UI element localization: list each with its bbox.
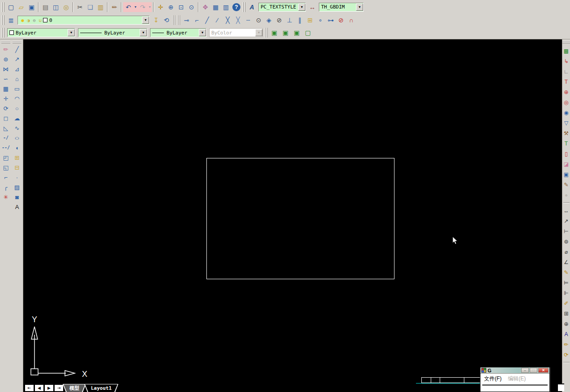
layer-freeze-icon[interactable]: ◑ — [26, 18, 31, 23]
first-tab-button[interactable]: ⇤ — [25, 384, 34, 392]
viewport-object-button[interactable]: ▢ — [303, 28, 313, 38]
region-button[interactable]: ◙ — [12, 192, 22, 202]
toolbar-grip[interactable] — [2, 15, 5, 25]
dim-style-combo[interactable]: TH_GBDIM ▼ — [319, 3, 364, 12]
next-tab-button[interactable]: ▶ — [44, 384, 54, 392]
zoom-window-button[interactable]: ⊡ — [176, 2, 186, 12]
mirror-button[interactable]: ⋈ — [1, 64, 11, 74]
ellipse-arc-button[interactable]: ◖ — [12, 143, 22, 153]
snap-endpoint-button[interactable]: ╱ — [202, 15, 212, 25]
chevron-down-icon[interactable]: ▼ — [356, 4, 363, 11]
quick-select-button[interactable]: ✥ — [200, 2, 210, 12]
snap-intersection-button[interactable]: ╳ — [223, 15, 233, 25]
snap-insert-button[interactable]: ⊞ — [305, 15, 315, 25]
break-at-point-button[interactable]: ◰ — [1, 153, 11, 162]
layer-plot-icon[interactable]: ⊖ — [31, 18, 37, 23]
section-box-button[interactable]: ▯ — [562, 150, 570, 158]
copy-button[interactable]: ❏ — [85, 2, 95, 12]
move-button[interactable]: ✛ — [1, 94, 11, 103]
view-direction-button[interactable]: ◉ — [562, 109, 570, 116]
arc-button[interactable]: ◠ — [12, 94, 22, 103]
mini-window[interactable]: G – □ ✕ 文件(F) 编辑(E) — [480, 367, 550, 392]
detail-view-button[interactable]: ◎ — [562, 98, 570, 106]
dim-update-button[interactable]: ⟳ — [562, 351, 570, 358]
layer-on-bulb-icon[interactable]: ● — [20, 18, 26, 23]
dim-tolerance-button[interactable]: ⊞ — [562, 310, 570, 317]
construction-line-button[interactable]: ↗ — [12, 54, 22, 64]
viewport-single-button[interactable]: ▣ — [280, 28, 291, 38]
line-button[interactable]: ╱ — [12, 44, 22, 54]
zoom-realtime-button[interactable]: ⊕ — [166, 2, 176, 12]
toolbar-grip[interactable] — [1, 41, 10, 43]
toolbar-grip[interactable] — [13, 41, 21, 43]
point-button[interactable]: ∙ — [12, 172, 22, 182]
toolbar-grip[interactable] — [2, 28, 5, 38]
toolbar-grip[interactable] — [243, 2, 246, 12]
layer-combo[interactable]: ●◑⊖∪ 0 ▼ — [17, 16, 150, 25]
linetype-combo[interactable]: ByLayer ▼ — [78, 28, 147, 37]
insert-block-button[interactable]: ⊞ — [12, 153, 22, 162]
snap-parallel-button[interactable]: ∥ — [295, 15, 305, 25]
match-properties-button[interactable]: ✏ — [109, 2, 120, 12]
section-symbol-button[interactable]: ⊕ — [562, 88, 570, 96]
lineweight-combo[interactable]: ByLayer ▼ — [150, 28, 206, 37]
mini-window-titlebar[interactable]: G – □ ✕ — [480, 367, 549, 374]
snap-tangent-button[interactable]: ⊘ — [274, 15, 284, 25]
text-tool-button[interactable]: T — [562, 140, 570, 147]
text-style-combo[interactable]: PC_TEXTSTYLE ▼ — [258, 3, 306, 12]
surface-roughness-button[interactable]: ▽ — [562, 119, 570, 127]
text-button[interactable]: A — [12, 202, 22, 212]
extend-button[interactable]: --/ — [1, 143, 11, 153]
new-file-button[interactable]: ▢ — [6, 2, 16, 12]
minimize-button[interactable]: – — [521, 368, 529, 373]
tab-layout1[interactable]: Layout1 — [84, 384, 118, 392]
text-style-icon[interactable]: A — [247, 2, 257, 12]
toolbar-grip[interactable] — [2, 2, 5, 12]
toolbar-grip[interactable] — [172, 15, 176, 25]
toolbar-grip[interactable] — [265, 28, 268, 38]
leader-annotation-button[interactable]: ↳ — [562, 57, 570, 65]
redo-button[interactable]: ↷ — [137, 2, 148, 12]
dim-leader-button[interactable]: ✐ — [562, 299, 570, 307]
chevron-down-icon[interactable]: ▼ — [140, 29, 147, 36]
last-tab-button[interactable]: ⇥ — [54, 384, 64, 392]
dim-linear-button[interactable]: ↔ — [562, 207, 570, 214]
close-button[interactable]: ✕ — [538, 368, 549, 373]
print-preview-button[interactable]: ◫ — [51, 2, 61, 12]
fillet-button[interactable]: ╭ — [1, 182, 11, 192]
dim-edit-button[interactable]: ✏ — [562, 341, 570, 348]
array-button[interactable]: ▦ — [1, 84, 11, 94]
publish-button[interactable]: ◎ — [61, 2, 71, 12]
chevron-down-icon[interactable]: ▼ — [142, 17, 149, 24]
bulb-off-button[interactable]: ● — [562, 191, 570, 199]
dim-radius-button[interactable]: ⊚ — [562, 238, 570, 245]
snap-quadrant-button[interactable]: ◈ — [264, 15, 274, 25]
save-file-button[interactable]: ▣ — [26, 2, 37, 12]
paste-button[interactable]: ▥ — [95, 2, 106, 12]
toolbar-grip[interactable] — [562, 41, 570, 43]
toolbar-grip[interactable] — [177, 15, 180, 25]
snap-extension-button[interactable]: ┄ — [243, 15, 253, 25]
snap-midpoint-button[interactable]: ∕ — [212, 15, 223, 25]
snap-perpendicular-button[interactable]: ⊥ — [284, 15, 295, 25]
revision-cloud-button[interactable]: ☁ — [12, 113, 22, 123]
viewport-polygonal-button[interactable]: ▣ — [291, 28, 302, 38]
snap-apparent-intersection-button[interactable]: ╳ — [233, 15, 243, 25]
rectangle-button[interactable]: ▭ — [12, 84, 22, 94]
color-combo[interactable]: ByLayer ▼ — [7, 28, 75, 37]
spline-button[interactable]: ∿ — [12, 123, 22, 133]
dim-diameter-button[interactable]: ⌀ — [562, 248, 570, 256]
zoom-previous-button[interactable]: ⊙ — [186, 2, 197, 12]
previous-tab-button[interactable]: ◀ — [34, 384, 44, 392]
layer-manager-button[interactable]: ≣ — [6, 15, 16, 25]
layer-unlock-icon[interactable]: ∪ — [37, 18, 43, 23]
trim-button[interactable]: -/ — [1, 133, 11, 143]
undo-options-button[interactable]: ▾ — [133, 2, 137, 12]
layer-previous-button[interactable]: ⟲ — [161, 15, 171, 25]
scale-button[interactable]: ◺ — [1, 123, 11, 133]
chevron-down-icon[interactable]: ▼ — [199, 29, 206, 36]
view-sketch-button[interactable]: ▩ — [562, 47, 570, 55]
cut-button[interactable]: ✂ — [75, 2, 85, 12]
drawing-canvas[interactable]: Y X ⇤◀▶⇥ 模型 Layout1 — [23, 39, 562, 392]
snap-tracking-button[interactable]: ⊸ — [181, 15, 192, 25]
